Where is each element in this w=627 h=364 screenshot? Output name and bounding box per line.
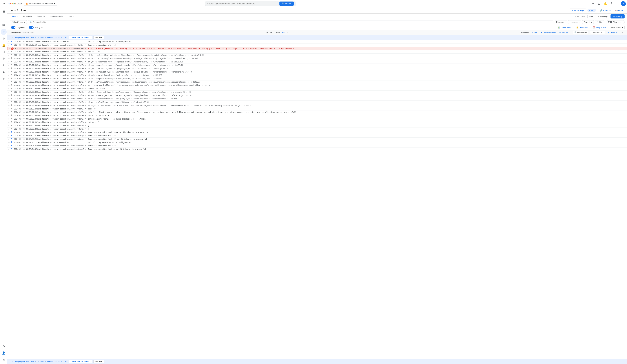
log-row[interactable]: ▶2024-05-03 09:52:23.252ext-firestore-ve… — [7, 141, 627, 144]
log-row[interactable]: ▶2024-05-03 09:52:22.933ext-firestore-ve… — [7, 138, 627, 141]
time-col-label[interactable]: TIME CEST ↑ ↓ — [276, 31, 288, 33]
log-row[interactable]: ▶2024-05-03 09:52:22.805ext-firestore-ve… — [7, 53, 627, 57]
sidebar-alerts-button[interactable]: 🔔 — [0, 42, 7, 48]
expand-row-icon[interactable]: ▶ — [8, 148, 11, 150]
log-row[interactable]: ▶2024-05-03 09:52:22.805ext-firestore-ve… — [7, 84, 627, 87]
log-row[interactable]: ▶2024-05-03 09:52:22.805ext-firestore-ve… — [7, 94, 627, 97]
severity-filter-button[interactable]: Severity ▾ — [582, 20, 594, 24]
sidebar-logs-button[interactable]: ≋ — [0, 29, 7, 35]
expand-row-icon[interactable]: ▶ — [8, 104, 11, 106]
more-button[interactable]: ⋮ — [615, 1, 620, 6]
log-row[interactable]: ▶2024-05-03 09:52:17.309ext-firestore-ve… — [7, 40, 627, 44]
create-metric-button[interactable]: 📊 Create metric — [557, 26, 573, 29]
search-fields-input[interactable] — [33, 21, 552, 23]
sidebar-menu-button[interactable]: ☰ — [0, 8, 7, 15]
sidebar-error-reporting-button[interactable]: ⊡ — [0, 49, 7, 55]
log-row[interactable]: ▶2024-05-03 09:52:22.805ext-firestore-ve… — [7, 124, 627, 127]
log-row[interactable]: ▶2024-05-03 09:52:22.916ext-firestore-ve… — [7, 134, 627, 138]
global-search-button[interactable]: 🔍 Search — [279, 1, 294, 6]
edit-summary-button[interactable]: ✎ ✎ Edit Edit — [531, 31, 538, 34]
expand-row-icon[interactable]: ▶ — [8, 54, 11, 56]
expand-row-icon[interactable]: ▶ — [8, 60, 11, 63]
clear-query-button[interactable]: Clear query — [574, 15, 586, 18]
resource-filter-button[interactable]: Resource ▾ — [555, 20, 567, 24]
expand-row-icon[interactable]: ▶ — [8, 101, 11, 103]
expand-row-icon[interactable]: ▶ — [8, 94, 11, 96]
log-name-filter-button[interactable]: Log name ▾ — [568, 20, 581, 24]
log-row[interactable]: ▶2024-05-03 09:52:22.805ext-firestore-ve… — [7, 64, 627, 67]
log-row[interactable]: ▶2024-05-03 09:52:22.805ext-firestore-ve… — [7, 57, 627, 60]
expand-row-icon[interactable]: ▶ — [8, 145, 11, 147]
sidebar-network-button[interactable]: ⊕ — [0, 76, 7, 82]
log-row[interactable]: ▶2024-05-03 09:52:22.805ext-firestore-ve… — [7, 127, 627, 131]
summary-fields-button[interactable]: ✔ Summary fields — [540, 31, 557, 34]
expand-row-icon[interactable]: ▶ — [8, 128, 11, 130]
learn-button[interactable]: 📖 Learn — [614, 9, 625, 12]
tab-library[interactable]: Library — [65, 14, 76, 19]
sidebar-monitoring-button[interactable]: ◎ — [0, 35, 7, 42]
time-range-button[interactable]: 🕐 Last 1 hour ▾ — [10, 20, 27, 24]
log-row[interactable]: ▶2024-05-03 09:52:22.805ext-firestore-ve… — [7, 101, 627, 104]
expand-row-icon[interactable]: ▶ — [8, 134, 11, 137]
tab-saved[interactable]: Saved (0) — [34, 14, 48, 19]
create-alert-button[interactable]: 🔔 Create alert — [575, 26, 590, 29]
jump-to-now-button[interactable]: ⏰ Jump to now — [592, 26, 607, 29]
save-button[interactable]: Save — [587, 15, 595, 18]
sidebar-profiler-button[interactable]: ✗ — [0, 62, 7, 68]
log-fields-toggle[interactable]: Log fields — [10, 26, 26, 29]
log-row[interactable]: ▶2024-05-03 09:52:17.394ext-firestore-ve… — [7, 44, 627, 47]
expand-row-icon[interactable]: ▶ — [8, 77, 11, 79]
show-query-button[interactable]: Show query — [606, 20, 625, 24]
share-link-button[interactable]: 🔗 Share link — [598, 9, 613, 12]
extend-time-button[interactable]: Extend time by: 1 hour ▾ — [69, 36, 92, 39]
log-row[interactable]: ▶2024-05-03 09:52:24.050ext-firestore-ve… — [7, 148, 627, 151]
tab-recent[interactable]: Recent (1) — [20, 14, 34, 19]
log-row[interactable]: ▶2024-05-03 09:52:22.805ext-firestore-ve… — [7, 67, 627, 70]
global-search-bar[interactable]: 🔍 Search — [205, 1, 296, 6]
expand-row-icon[interactable]: ▶ — [9, 47, 11, 49]
sidebar-debugger-button[interactable]: ◈ — [0, 69, 7, 75]
sidebar-settings-button[interactable]: ⚙ — [0, 343, 7, 349]
expand-row-icon[interactable]: ▶ — [8, 71, 11, 73]
expand-row-icon[interactable]: ▶ — [8, 67, 11, 69]
expand-row-icon[interactable]: ▶ — [8, 57, 11, 59]
expand-row-icon[interactable]: ▶ — [8, 44, 11, 46]
sidebar-trace-button[interactable]: ⚙ — [0, 55, 7, 62]
wrap-lines-button[interactable]: Wrap lines — [558, 31, 569, 34]
project-badge[interactable]: Project — [587, 9, 596, 12]
log-row[interactable]: ▶2024-05-03 09:52:22.904ext-firestore-ve… — [7, 131, 627, 134]
log-row[interactable]: ▶2024-05-03 09:52:22.805ext-firestore-ve… — [7, 91, 627, 94]
expand-row-icon[interactable]: ▶ — [8, 118, 11, 120]
log-row[interactable]: ▶2024-05-03 09:52:24.045ext-firestore-ve… — [7, 144, 627, 148]
expand-row-icon[interactable]: ▶ — [8, 74, 11, 76]
log-row[interactable]: ▶2024-05-03 09:52:22.805ext-firestore-ve… — [7, 87, 627, 91]
extend-time-button-bottom[interactable]: Extend time by: 1 hour ▾ — [69, 360, 92, 363]
log-row[interactable]: ▶2024-05-03 09:52:22.805ext-firestore-ve… — [7, 97, 627, 101]
sidebar-collapse-button[interactable]: ◁ — [0, 357, 7, 363]
customize-button[interactable]: ✦ — [590, 1, 596, 6]
expand-row-icon[interactable]: ▶ — [8, 64, 11, 66]
log-row[interactable]: ▶2024-05-03 09:52:22.805ext-firestore-ve… — [7, 107, 627, 111]
shell-button[interactable]: ⊡ — [596, 1, 602, 6]
edit-time-button[interactable]: Edit time — [94, 36, 104, 39]
expand-row-icon[interactable]: ▶ — [8, 84, 11, 86]
expand-row-icon[interactable]: ▶ — [8, 131, 11, 133]
project-selector[interactable]: 🔥 Firestore Vector Search Lab ▾ — [24, 2, 57, 5]
global-search-input[interactable] — [207, 2, 279, 5]
log-row[interactable]: ▶2024-05-03 09:52:22.805ext-firestore-ve… — [7, 114, 627, 117]
log-row[interactable]: ▶2024-05-03 09:52:22.805ext-firestore-ve… — [7, 60, 627, 64]
log-row[interactable]: ▶!2024-05-03 09:52:22.805ext-firestore-v… — [7, 47, 627, 50]
log-row[interactable]: ▶2024-05-03 09:52:22.805ext-firestore-ve… — [7, 74, 627, 77]
expand-row-icon[interactable]: ▶ — [8, 87, 11, 90]
log-row[interactable]: ▶2024-05-03 09:52:22.805ext-firestore-ve… — [7, 121, 627, 124]
expand-row-icon[interactable]: ▶ — [8, 98, 11, 100]
menu-button[interactable]: ☰ — [1, 0, 7, 7]
log-row[interactable]: ▶2024-05-03 09:52:22.805ext-firestore-ve… — [7, 50, 627, 53]
refine-scope-button[interactable]: ⊞ Refine scope — [570, 8, 586, 12]
sidebar-user-button[interactable]: 👤 — [0, 350, 7, 356]
download-button[interactable]: ⬇ Download — [607, 31, 619, 34]
histogram-toggle[interactable]: Histogram — [28, 26, 44, 29]
search-fields-container[interactable]: 🔍 — [28, 20, 553, 24]
help-button[interactable]: ? — [609, 1, 614, 6]
correlate-by-button[interactable]: Correlate by ▾ — [590, 31, 605, 34]
